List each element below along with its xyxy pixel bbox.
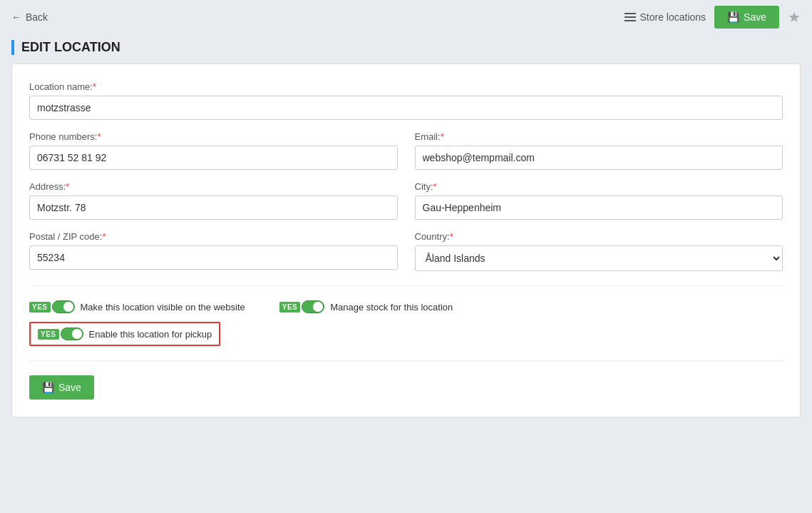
address-input[interactable] <box>29 195 398 220</box>
floppy-icon-bottom: 💾 <box>42 382 54 393</box>
back-label: Back <box>26 11 48 23</box>
main-content: Location name:* Phone numbers:* Email:* … <box>11 64 801 417</box>
pickup-toggle-label: Enable this location for pickup <box>89 329 212 340</box>
save-button-bottom[interactable]: 💾 Save <box>29 375 94 400</box>
city-col: City:* <box>415 181 783 220</box>
hamburger-icon <box>625 13 636 21</box>
email-col: Email:* <box>415 131 783 170</box>
country-label: Country:* <box>415 231 783 242</box>
page-title-bar: EDIT LOCATION <box>0 34 812 64</box>
location-name-input[interactable] <box>29 96 783 120</box>
favorite-button[interactable]: ★ <box>788 9 801 26</box>
postal-col: Postal / ZIP code:* <box>29 231 398 271</box>
email-input[interactable] <box>415 146 783 170</box>
page-title: EDIT LOCATION <box>11 40 120 55</box>
save-top-label: Save <box>744 11 766 23</box>
floppy-icon-top: 💾 <box>727 11 739 23</box>
top-bar-right: Store locations 💾 Save ★ <box>625 6 801 29</box>
visible-yes-badge: YES <box>29 302 51 313</box>
top-bar: ← Back Store locations 💾 Save ★ <box>0 0 812 34</box>
email-label: Email:* <box>415 131 783 142</box>
divider-bottom <box>29 360 783 361</box>
postal-country-row: Postal / ZIP code:* Country:* Åland Isla… <box>29 231 783 271</box>
country-col: Country:* Åland IslandsAfghanistanAlbani… <box>415 231 783 271</box>
stock-toggle-item: YES Manage stock for this location <box>279 300 453 313</box>
postal-label: Postal / ZIP code:* <box>29 231 398 242</box>
store-locations-label: Store locations <box>639 11 706 23</box>
star-icon: ★ <box>788 9 801 25</box>
stock-yes-badge: YES <box>279 302 301 313</box>
postal-input[interactable] <box>29 245 398 270</box>
visible-toggle-item: YES Make this location visible on the we… <box>29 300 245 313</box>
visible-toggle-wrapper[interactable]: YES <box>29 300 75 313</box>
phone-col: Phone numbers:* <box>29 131 398 170</box>
stock-toggle-switch[interactable] <box>302 300 324 313</box>
pickup-toggle-switch[interactable] <box>61 327 83 340</box>
stock-toggle-label: Manage stock for this location <box>330 302 453 313</box>
save-button-top[interactable]: 💾 Save <box>714 6 779 29</box>
divider <box>29 285 783 286</box>
back-arrow-icon: ← <box>11 11 21 23</box>
phone-email-row: Phone numbers:* Email:* <box>29 131 783 170</box>
stock-toggle-wrapper[interactable]: YES <box>279 300 325 313</box>
back-button[interactable]: ← Back <box>11 11 48 23</box>
address-city-row: Address:* City:* <box>29 181 783 220</box>
country-select[interactable]: Åland IslandsAfghanistanAlbaniaAlgeriaAn… <box>415 245 783 271</box>
location-name-label: Location name:* <box>29 81 783 92</box>
address-label: Address:* <box>29 181 398 192</box>
visible-toggle-switch[interactable] <box>52 300 75 313</box>
toggles-row1: YES Make this location visible on the we… <box>29 300 783 313</box>
visible-toggle-label: Make this location visible on the websit… <box>81 302 245 313</box>
phone-input[interactable] <box>29 146 398 170</box>
pickup-toggle-container: YES Enable this location for pickup <box>29 322 783 346</box>
pickup-yes-badge: YES <box>38 329 59 340</box>
pickup-toggle-row: YES Enable this location for pickup <box>29 322 220 346</box>
location-name-group: Location name:* <box>29 81 783 120</box>
city-input[interactable] <box>415 195 783 220</box>
save-bottom-label: Save <box>58 382 81 393</box>
store-locations-link[interactable]: Store locations <box>625 11 706 23</box>
phone-label: Phone numbers:* <box>29 131 398 142</box>
city-label: City:* <box>415 181 783 192</box>
pickup-toggle-wrapper[interactable]: YES <box>38 327 83 340</box>
address-col: Address:* <box>29 181 398 220</box>
